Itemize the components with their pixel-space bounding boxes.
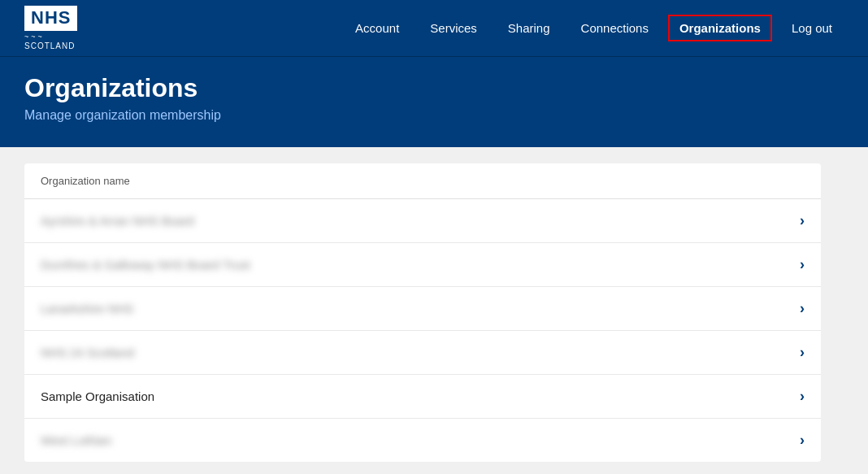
- chevron-icon: ›: [800, 212, 805, 229]
- table-row[interactable]: Dumfries & Galloway NHS Board Trust ›: [24, 243, 821, 287]
- org-name: Lanarkshire NHS: [41, 302, 792, 315]
- chevron-icon: ›: [800, 344, 805, 361]
- table-row[interactable]: NHS 24 Scotland ›: [24, 331, 821, 375]
- table-row[interactable]: Ayrshire & Arran NHS Board ›: [24, 199, 821, 243]
- chevron-icon: ›: [800, 300, 805, 317]
- page-title: Organizations: [24, 73, 844, 103]
- org-name: Sample Organisation: [41, 389, 792, 403]
- organizations-card: Organization name Ayrshire & Arran NHS B…: [24, 163, 821, 462]
- table-row[interactable]: West Lothian ›: [24, 419, 821, 462]
- table-row[interactable]: Sample Organisation ›: [24, 375, 821, 419]
- nhs-logo-text: NHS: [24, 6, 77, 30]
- main-content: Organization name Ayrshire & Arran NHS B…: [0, 147, 868, 474]
- nhs-logo-wave: ~~~: [24, 33, 45, 41]
- org-name: Dumfries & Galloway NHS Board Trust: [41, 258, 792, 272]
- table-row[interactable]: Lanarkshire NHS ›: [24, 287, 821, 331]
- page-subtitle: Manage organization membership: [24, 108, 844, 123]
- nav-sharing[interactable]: Sharing: [497, 15, 562, 41]
- org-name: West Lothian: [41, 433, 792, 447]
- main-nav: Account Services Sharing Connections Org…: [344, 15, 844, 41]
- chevron-icon: ›: [800, 388, 805, 405]
- chevron-icon: ›: [800, 256, 805, 273]
- nav-organizations[interactable]: Organizations: [668, 15, 772, 41]
- hero-section: Organizations Manage organization member…: [0, 57, 868, 147]
- nav-account[interactable]: Account: [344, 15, 410, 41]
- org-name: Ayrshire & Arran NHS Board: [41, 214, 792, 228]
- nhs-logo[interactable]: NHS ~~~ SCOTLAND: [24, 6, 77, 50]
- org-name: NHS 24 Scotland: [41, 346, 792, 359]
- site-header: NHS ~~~ SCOTLAND Account Services Sharin…: [0, 0, 868, 57]
- chevron-icon: ›: [800, 432, 805, 449]
- nav-logout[interactable]: Log out: [780, 15, 844, 41]
- table-column-header: Organization name: [24, 163, 821, 199]
- nhs-logo-scotland: SCOTLAND: [24, 41, 75, 50]
- nav-connections[interactable]: Connections: [570, 15, 660, 41]
- nav-services[interactable]: Services: [419, 15, 488, 41]
